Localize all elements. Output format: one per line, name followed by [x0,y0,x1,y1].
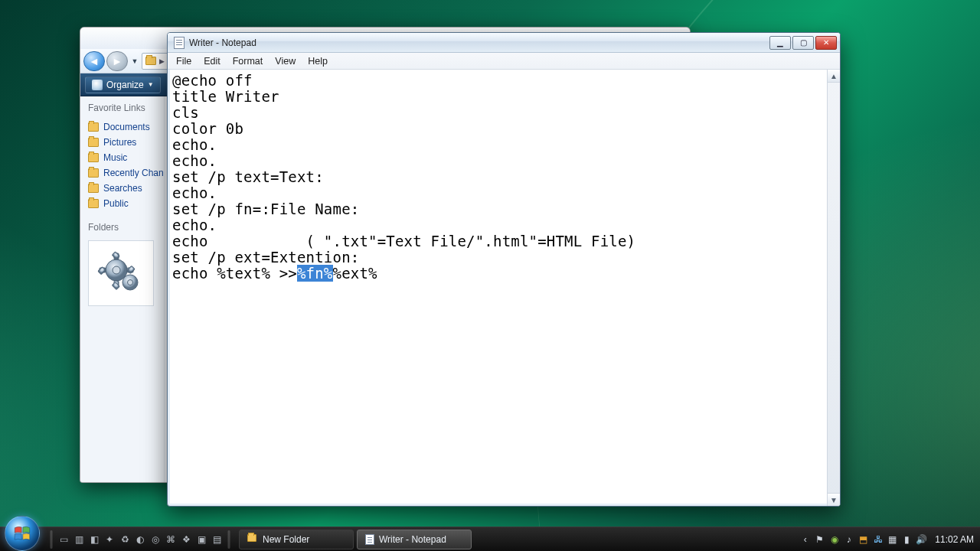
quick-launch-item[interactable]: ◎ [149,533,162,546]
quick-launch-item[interactable]: ♻ [118,533,132,546]
tray-icon[interactable]: ♪ [843,533,854,545]
desktop: ◄ ► ▼ ▶ Organize ▼ Favorite Links Docume… [0,0,980,551]
tray-icon[interactable]: ⚑ [814,533,825,545]
taskbar-task-explorer[interactable]: New Folder [239,530,354,549]
favorite-music[interactable]: Music [88,150,164,165]
notepad-titlebar[interactable]: Writer - Notepad ▁ ▢ ✕ [168,33,840,53]
start-button[interactable] [5,516,40,551]
windows-logo-icon [12,523,32,543]
taskbar-tasks: New Folder Writer - Notepad [236,527,475,551]
folders-header[interactable]: Folders [88,222,164,233]
folder-icon [88,199,99,208]
system-tray: ‹ ⚑ ◉ ♪ ⬒ 🖧 ▦ ▮ 🔊 11:02 AM [793,527,980,551]
notepad-menubar: File Edit Format View Help [168,53,840,70]
favorite-documents[interactable]: Documents [88,119,164,135]
close-button[interactable]: ✕ [815,36,837,50]
quick-launch-item[interactable]: ▣ [194,533,208,546]
back-button[interactable]: ◄ [83,51,105,71]
organize-button[interactable]: Organize ▼ [85,77,161,93]
folder-icon [88,138,99,147]
favorite-recently-changed[interactable]: Recently Chan [88,165,164,181]
quick-launch-item[interactable]: ▤ [210,533,224,546]
organize-label: Organize [106,80,144,90]
svg-point-11 [128,280,133,285]
taskbar-clock[interactable]: 11:02 AM [935,534,974,545]
task-label: New Folder [263,534,309,545]
taskbar-task-notepad[interactable]: Writer - Notepad [357,530,472,549]
menu-edit[interactable]: Edit [198,54,226,68]
editor-selection: %fn% [297,265,333,282]
menu-format[interactable]: Format [227,54,269,68]
folder-icon [88,168,99,178]
menu-view[interactable]: View [270,54,301,68]
favorite-links-header: Favorite Links [88,103,164,113]
taskbar: ▭ ▥ ◧ ✦ ♻ ◐ ◎ ⌘ ❖ ▣ ▤ New Folder Writer … [0,527,980,551]
tray-volume-icon[interactable]: 🔊 [916,533,927,545]
tray-icon[interactable]: ▦ [887,533,898,545]
svg-point-1 [113,266,120,274]
folder-icon [88,122,99,132]
quick-launch-item[interactable]: ⌘ [164,533,178,546]
tray-expand-icon[interactable]: ‹ [799,533,811,545]
notepad-window[interactable]: Writer - Notepad ▁ ▢ ✕ File Edit Format … [167,32,841,507]
address-breadcrumb[interactable]: ▶ [142,53,168,70]
quick-launch-show-desktop[interactable]: ▭ [57,533,70,546]
maximize-button[interactable]: ▢ [792,36,814,50]
taskbar-separator [227,530,230,549]
gear-icon [96,249,145,298]
folder-icon [247,534,258,545]
window-title: Writer - Notepad [189,37,256,48]
tray-icon[interactable]: ◉ [828,533,840,545]
tray-network-icon[interactable]: 🖧 [872,533,884,545]
favorite-public[interactable]: Public [88,196,164,211]
menu-file[interactable]: File [171,54,197,68]
quick-launch: ▭ ▥ ◧ ✦ ♻ ◐ ◎ ⌘ ❖ ▣ ▤ [44,527,236,551]
scroll-down-button[interactable]: ▼ [828,493,840,506]
favorite-pictures[interactable]: Pictures [88,135,164,150]
explorer-nav-pane: Favorite Links Documents Pictures Music … [80,96,165,482]
folder-icon [88,153,99,162]
taskbar-separator [50,530,53,549]
scroll-up-button[interactable]: ▲ [828,70,840,83]
minimize-button[interactable]: ▁ [769,36,791,50]
quick-launch-item[interactable]: ◧ [87,533,101,546]
batch-file-thumbnail[interactable] [88,240,154,306]
quick-launch-item[interactable]: ❖ [179,533,193,546]
editor-text-before: @echo off title Writer cls color 0b echo… [172,72,635,282]
organize-icon [92,80,103,90]
task-label: Writer - Notepad [379,534,446,545]
tray-icon[interactable]: ⬒ [858,533,869,545]
editor-text-after: %ext% [333,265,377,282]
notepad-editor[interactable]: @echo off title Writer cls color 0b echo… [168,70,840,506]
breadcrumb-chevron: ▶ [159,57,165,65]
quick-launch-item[interactable]: ◐ [133,533,147,546]
quick-launch-switch-windows[interactable]: ▥ [72,533,86,546]
chevron-down-icon: ▼ [148,81,154,88]
forward-button[interactable]: ► [106,51,128,71]
quick-launch-item[interactable]: ✦ [103,533,116,546]
vertical-scrollbar[interactable]: ▲ ▼ [827,70,840,506]
folder-icon [88,184,99,193]
tray-battery-icon[interactable]: ▮ [901,533,913,545]
notepad-icon [365,534,374,545]
favorite-searches[interactable]: Searches [88,181,164,196]
menu-help[interactable]: Help [302,54,333,68]
folder-icon [145,57,156,65]
notepad-icon [174,37,185,49]
nav-history-dropdown[interactable]: ▼ [129,53,140,70]
